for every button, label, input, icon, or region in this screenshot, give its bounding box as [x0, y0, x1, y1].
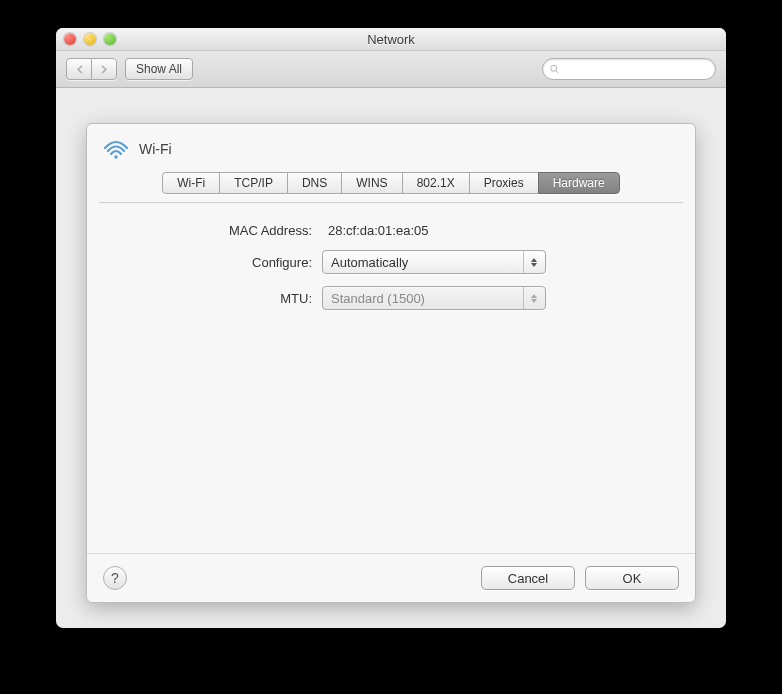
tab-wins[interactable]: WINS [341, 172, 401, 194]
configure-label: Configure: [117, 255, 322, 270]
tab-proxies[interactable]: Proxies [469, 172, 538, 194]
search-field[interactable] [542, 58, 716, 80]
tab-bar: Wi-Fi TCP/IP DNS WINS 802.1X Proxies Har… [87, 172, 695, 194]
show-all-button[interactable]: Show All [125, 58, 193, 80]
tab-hardware[interactable]: Hardware [538, 172, 620, 194]
chevron-right-icon [101, 65, 108, 74]
window-title: Network [56, 32, 726, 47]
ok-button[interactable]: OK [585, 566, 679, 590]
search-input[interactable] [564, 61, 709, 77]
titlebar: Network [56, 28, 726, 51]
tab-wifi[interactable]: Wi-Fi [162, 172, 219, 194]
mtu-label: MTU: [117, 291, 322, 306]
show-all-label: Show All [136, 62, 182, 76]
chevron-left-icon [76, 65, 83, 74]
tab-dns[interactable]: DNS [287, 172, 341, 194]
help-button[interactable]: ? [103, 566, 127, 590]
configure-select[interactable]: Automatically [322, 250, 546, 274]
mtu-row: MTU: Standard (1500) [117, 286, 665, 310]
help-icon: ? [111, 570, 119, 586]
svg-point-2 [114, 155, 118, 159]
hardware-form: MAC Address: 28:cf:da:01:ea:05 Configure… [87, 203, 695, 342]
mac-row: MAC Address: 28:cf:da:01:ea:05 [117, 223, 665, 238]
sheet-title: Wi-Fi [139, 141, 172, 157]
search-icon [549, 63, 560, 75]
tab-8021x[interactable]: 802.1X [402, 172, 469, 194]
toolbar: Show All [56, 51, 726, 88]
mac-value: 28:cf:da:01:ea:05 [322, 223, 428, 238]
forward-button[interactable] [91, 58, 117, 80]
back-button[interactable] [66, 58, 91, 80]
nav-buttons [66, 58, 117, 80]
svg-point-0 [551, 65, 557, 71]
advanced-sheet: Wi-Fi Wi-Fi TCP/IP DNS WINS 802.1X Proxi… [86, 123, 696, 603]
network-preferences-window: Network Show All Wi-Fi [56, 28, 726, 628]
wifi-icon [103, 138, 129, 160]
svg-line-1 [556, 71, 558, 73]
configure-value: Automatically [331, 255, 523, 270]
sheet-footer: ? Cancel OK [87, 553, 695, 602]
sheet-header: Wi-Fi [87, 124, 695, 166]
tab-tcpip[interactable]: TCP/IP [219, 172, 287, 194]
mtu-select: Standard (1500) [322, 286, 546, 310]
mtu-value: Standard (1500) [331, 291, 523, 306]
select-arrows-icon [523, 251, 541, 273]
mac-label: MAC Address: [117, 223, 322, 238]
configure-row: Configure: Automatically [117, 250, 665, 274]
select-arrows-icon [523, 287, 541, 309]
cancel-button[interactable]: Cancel [481, 566, 575, 590]
